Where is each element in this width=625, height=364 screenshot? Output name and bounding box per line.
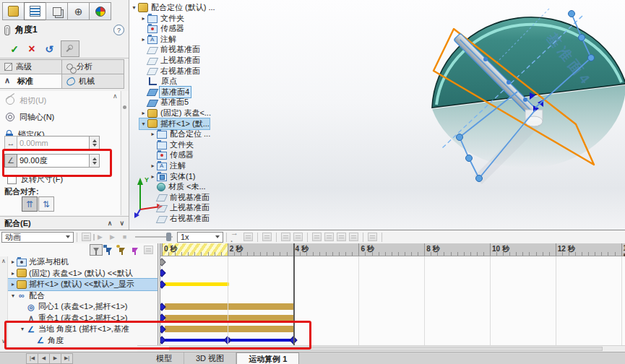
change-bar[interactable]	[165, 315, 295, 321]
autokey-icon[interactable]	[280, 232, 291, 242]
tab-propertymanager[interactable]	[24, 2, 46, 20]
flip-dimension-checkbox[interactable]	[7, 175, 17, 184]
change-bar[interactable]	[165, 282, 229, 286]
collapse-down-icon[interactable]: ∨	[119, 220, 124, 227]
timeline-tree-item[interactable]: ▸摇杆<1> (默认) <<默认>_显示	[8, 279, 158, 290]
cancel-button[interactable]: ×	[23, 42, 40, 56]
filter-driving-button[interactable]	[116, 244, 129, 256]
keyframe-diamond[interactable]	[160, 258, 166, 266]
tab-featuremanager[interactable]	[2, 2, 25, 20]
scroll-up-icon[interactable]: ∧	[1, 258, 6, 264]
expander-icon[interactable]: ▾	[9, 292, 17, 299]
distance-input[interactable]	[17, 136, 90, 150]
tab-dimxpertmanager[interactable]: ⊕	[67, 2, 90, 20]
undo-button[interactable]: ↺	[40, 42, 58, 56]
timeline-tree-item[interactable]: ▾∠当地 角度1 (摇杆<1>,基准	[8, 324, 158, 335]
animation-wizard-icon[interactable]	[262, 232, 272, 242]
tab-3d-views[interactable]: 3D 视图	[184, 352, 236, 364]
playback-speed-dropdown[interactable]: 1x	[177, 232, 223, 243]
tree-item[interactable]: ▸配合定位 ...	[149, 129, 210, 139]
expander-icon[interactable]: ▾	[139, 121, 147, 127]
tree-item[interactable]: ▸文件夹	[139, 13, 184, 24]
contact-icon[interactable]	[336, 232, 347, 242]
keyframe-diamond[interactable]	[160, 337, 166, 344]
first-tab-button[interactable]: |◀	[26, 353, 38, 364]
timeline-chart[interactable]: 0 秒2 秒4 秒6 秒8 秒10 秒12 秒14 秒	[160, 243, 625, 346]
tab-configurationmanager[interactable]	[46, 2, 68, 20]
tree-item[interactable]: 右视基准面	[139, 66, 200, 77]
timeline-tree-item[interactable]: ∠角度	[8, 335, 158, 347]
next-tab-button[interactable]: ▶	[49, 353, 61, 364]
filter-selected-button[interactable]	[129, 244, 142, 256]
tree-item[interactable]: 传感器	[139, 23, 184, 34]
play-button[interactable]: ▶	[107, 232, 118, 242]
filter-animated-button[interactable]	[103, 244, 116, 256]
tree-item[interactable]: ▸实体(1)	[149, 171, 195, 182]
expander-icon[interactable]: ▸	[149, 162, 157, 169]
scroll-down-icon[interactable]: ∨	[1, 338, 6, 344]
timeline-zoom-slider[interactable]	[135, 232, 173, 242]
expander-icon[interactable]: ▸	[139, 110, 147, 116]
tree-item[interactable]: ▸注解	[149, 160, 186, 171]
mode-tab-standard[interactable]: 标准	[0, 74, 62, 89]
collapse-up-icon[interactable]: ∧	[108, 220, 113, 227]
tree-item[interactable]: 右视基准面	[149, 213, 210, 224]
keyframe-diamond[interactable]	[160, 280, 166, 288]
keyframe-diamond[interactable]	[160, 269, 166, 277]
tree-item[interactable]: 前视基准面	[139, 44, 200, 55]
expander-icon[interactable]: ▾	[19, 326, 26, 332]
play-from-start-button[interactable]: ▶	[93, 234, 105, 240]
timeline-ruler[interactable]: 0 秒2 秒4 秒6 秒8 秒10 秒12 秒14 秒	[160, 243, 625, 256]
mates-section-header[interactable]: 配合(E) ∧ ∨	[0, 216, 129, 230]
spring-icon[interactable]	[324, 232, 335, 242]
change-bar[interactable]	[165, 303, 295, 310]
study-type-dropdown[interactable]: 动画	[1, 232, 74, 243]
timeline-tree-scrollbar[interactable]: ∧ ∨	[0, 256, 8, 346]
tree-item[interactable]: ▸注解	[139, 34, 176, 45]
hscroll-thumb[interactable]	[169, 347, 603, 351]
timeline-tree-item[interactable]: ▸(固定) 表盘<1> (默认) <<默认	[8, 268, 158, 280]
help-icon[interactable]: ?	[113, 25, 124, 35]
gravity-icon[interactable]	[348, 232, 359, 242]
last-tab-button[interactable]: ▶|	[61, 353, 73, 364]
expander-icon[interactable]: ▸	[139, 36, 147, 43]
timeline-tree-item[interactable]: ∧重合1 (表盘<1>,摇杆<1>)	[8, 313, 158, 324]
tree-item[interactable]: 上视基准面	[149, 202, 210, 213]
expander-icon[interactable]: ▾	[130, 4, 138, 11]
save-animation-button[interactable]	[243, 232, 254, 242]
timeline-hscrollbar[interactable]: ‹	[137, 345, 625, 352]
tree-item[interactable]: 传感器	[149, 150, 194, 160]
tab-displaymanager[interactable]	[89, 2, 111, 20]
expander-icon[interactable]: ▸	[9, 259, 17, 265]
time-bar[interactable]	[293, 243, 295, 346]
tree-item[interactable]: ▾摇杆<1> (默...	[139, 118, 210, 129]
tree-item[interactable]: ▾配合定位 (默认) ...	[130, 2, 215, 13]
3d-scene[interactable]: 基准面4	[399, 0, 625, 230]
tab-model[interactable]: 模型	[145, 352, 184, 364]
mate-type-conc[interactable]: 同轴心(N)	[6, 111, 54, 123]
tree-item[interactable]: ▸(固定) 表盘<...	[139, 108, 211, 118]
prev-tab-button[interactable]: ◀	[38, 353, 50, 364]
mode-tab-mechanical[interactable]: 机械	[61, 74, 124, 89]
playback-mode-button[interactable]: → ·	[230, 232, 241, 242]
scroll-left-icon[interactable]: ‹	[140, 345, 142, 352]
expander-icon[interactable]: ▸	[9, 270, 17, 277]
calculate-button[interactable]	[81, 232, 92, 242]
slider-handle[interactable]	[166, 233, 171, 241]
timeline-tracks[interactable]	[160, 256, 625, 346]
ok-button[interactable]: ✓	[6, 42, 23, 56]
tab-motion-study[interactable]: 运动算例 1	[236, 352, 299, 364]
stop-button[interactable]: ■	[119, 232, 130, 242]
keep-visible-pin-button[interactable]	[61, 40, 79, 57]
mode-tab-advanced[interactable]: 高级	[0, 59, 62, 74]
tree-item[interactable]: 基准面4	[139, 87, 191, 98]
study-properties-gear-icon[interactable]	[367, 232, 378, 242]
pm-scrollbar[interactable]	[121, 91, 129, 215]
filter-all-button[interactable]	[90, 244, 103, 256]
expander-icon[interactable]: ▸	[9, 281, 17, 287]
timeline-tree-item[interactable]: ◎同心1 (表盘<1>,摇杆<1>)	[8, 301, 158, 313]
scroll-up-icon[interactable]: ∧	[113, 92, 118, 100]
add-key-icon[interactable]	[293, 232, 303, 242]
angle-spinner[interactable]	[90, 154, 100, 168]
aligned-button[interactable]: ⇈	[22, 196, 38, 212]
